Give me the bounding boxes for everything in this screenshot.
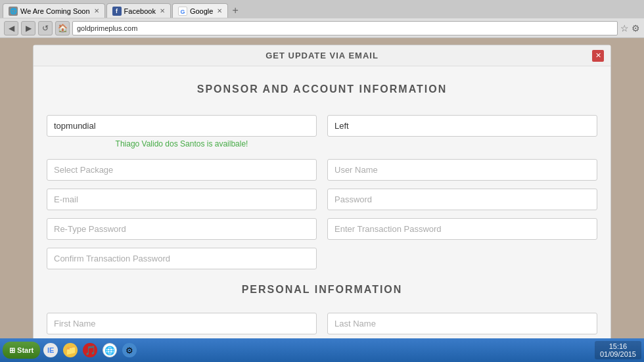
position-input[interactable]	[327, 115, 597, 137]
tab-icon-1: 🌐	[9, 7, 18, 16]
modal-body: SPONSOR AND ACCOUNT INFORMATION Thiago V…	[34, 66, 610, 353]
sponsor-input[interactable]	[47, 115, 317, 137]
sponsor-available-text: Thiago Valido dos Santos is availbale!	[47, 139, 317, 148]
modal-overlay: GET UPDATE VIA EMAIL ✕ SPONSOR AND ACCOU…	[33, 45, 611, 353]
taskbar-clock: 15:16 01/09/2015	[595, 341, 641, 359]
forward-button[interactable]: ▶	[21, 21, 35, 35]
email-input[interactable]	[47, 189, 317, 210]
position-col	[327, 115, 597, 151]
modal-close-button[interactable]: ✕	[592, 50, 604, 62]
tab-icon-3: G	[178, 7, 187, 16]
close-icon: ✕	[595, 51, 601, 60]
confirm-transaction-row	[47, 248, 597, 269]
last-name-input[interactable]	[327, 313, 597, 334]
tab-label-1: We Are Coming Soon	[20, 7, 90, 15]
taskbar-icon-browser[interactable]: IE	[41, 341, 60, 359]
empty-col	[327, 248, 597, 269]
bookmark-icon[interactable]: ☆	[620, 23, 629, 34]
retype-transaction-row	[47, 218, 597, 240]
password-input[interactable]	[327, 189, 597, 210]
email-password-row	[47, 189, 597, 210]
tab-facebook[interactable]: f Facebook ✕	[106, 3, 171, 18]
sponsor-col: Thiago Valido dos Santos is availbale!	[47, 115, 317, 151]
transaction-password-input[interactable]	[327, 218, 597, 240]
confirm-transaction-input[interactable]	[47, 248, 317, 269]
start-button[interactable]: ⊞ Start	[3, 342, 40, 359]
back-button[interactable]: ◀	[4, 21, 18, 35]
browser-nav-icons: ☆ ⚙	[620, 23, 640, 34]
browser-chrome: 🌐 We Are Coming Soon ✕ f Facebook ✕ G Go…	[0, 0, 644, 38]
taskbar-icon-folder[interactable]: 📁	[61, 341, 80, 359]
new-tab-button[interactable]: +	[232, 5, 238, 16]
tab-bar: 🌐 We Are Coming Soon ✕ f Facebook ✕ G Go…	[0, 0, 644, 18]
address-text: goldprimeplus.com	[77, 24, 137, 32]
account-section-title: SPONSOR AND ACCOUNT INFORMATION	[47, 77, 597, 102]
modal-title: GET UPDATE VIA EMAIL	[265, 51, 379, 60]
taskbar: ⊞ Start IE 📁 🎵 🌐 ⚙ 15:16 01/09/2015	[0, 338, 644, 362]
email-col	[47, 189, 317, 210]
sponsor-position-row: Thiago Valido dos Santos is availbale!	[47, 115, 597, 151]
settings-icon[interactable]: ⚙	[632, 23, 640, 34]
home-button[interactable]: 🏠	[55, 21, 70, 35]
tab-we-are-coming-soon[interactable]: 🌐 We Are Coming Soon ✕	[3, 3, 105, 18]
address-bar[interactable]: goldprimeplus.com	[72, 21, 618, 35]
clock-time: 15:16	[600, 342, 636, 350]
page-content: GET UPDATE VIA EMAIL ✕ SPONSOR AND ACCOU…	[0, 38, 644, 362]
transaction-password-col	[327, 218, 597, 240]
tab-google[interactable]: G Google ✕	[172, 3, 228, 18]
password-col	[327, 189, 597, 210]
tab-close-2[interactable]: ✕	[160, 7, 165, 14]
refresh-button[interactable]: ↺	[38, 21, 53, 35]
select-package-input[interactable]	[47, 159, 317, 181]
name-row	[47, 313, 597, 334]
username-input[interactable]	[327, 159, 597, 181]
confirm-transaction-col	[47, 248, 317, 269]
tab-label-2: Facebook	[124, 7, 156, 15]
tab-label-3: Google	[190, 7, 213, 15]
package-username-row	[47, 159, 597, 181]
last-name-col	[327, 313, 597, 334]
tab-close-3[interactable]: ✕	[217, 7, 222, 14]
first-name-col	[47, 313, 317, 334]
package-col	[47, 159, 317, 181]
taskbar-icon-media[interactable]: 🎵	[81, 341, 99, 359]
first-name-input[interactable]	[47, 313, 317, 334]
retype-col	[47, 218, 317, 240]
tab-close-1[interactable]: ✕	[94, 7, 99, 14]
modal-header: GET UPDATE VIA EMAIL ✕	[34, 45, 610, 66]
taskbar-icon-chrome[interactable]: 🌐	[101, 341, 119, 359]
clock-date: 01/09/2015	[600, 350, 636, 358]
retype-password-input[interactable]	[47, 218, 317, 240]
username-col	[327, 159, 597, 181]
tab-icon-2: f	[112, 7, 122, 16]
nav-bar: ◀ ▶ ↺ 🏠 goldprimeplus.com ☆ ⚙	[0, 18, 644, 38]
personal-section-title: PERSONAL INFORMATION	[47, 277, 597, 302]
taskbar-icon-app[interactable]: ⚙	[120, 341, 139, 359]
